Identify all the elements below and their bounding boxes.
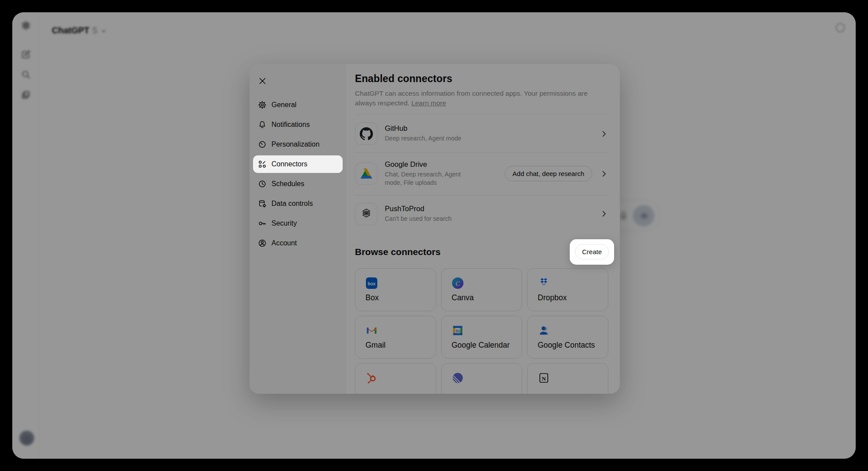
tour-overlay: [12, 12, 856, 459]
nodes-icon: [258, 160, 267, 169]
create-button[interactable]: Create: [575, 244, 609, 259]
create-spotlight: Create: [570, 239, 614, 265]
nav-label: Connectors: [271, 160, 307, 168]
nav-item-connectors[interactable]: Connectors: [253, 155, 343, 173]
app-window: ChatGPT 5: [12, 12, 856, 459]
